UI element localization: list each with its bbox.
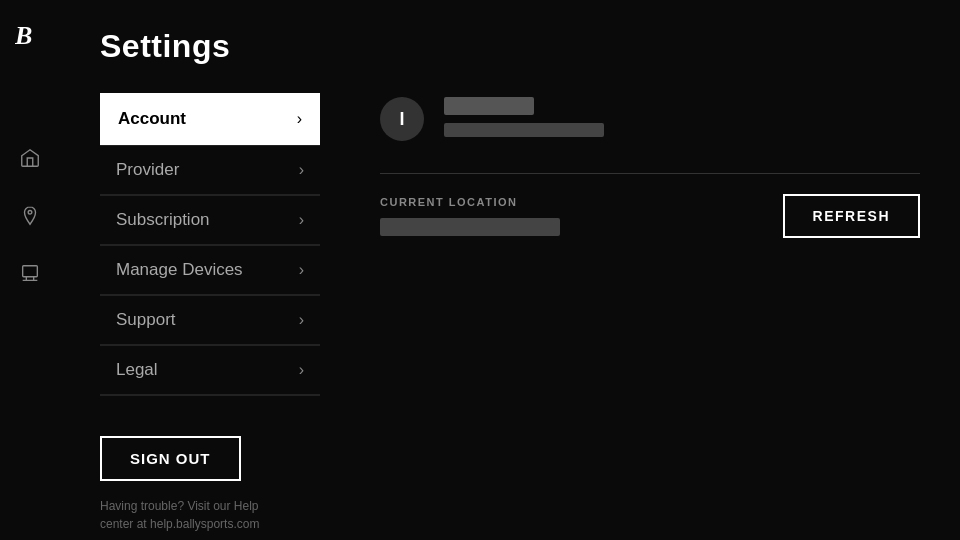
menu-label-provider: Provider (116, 160, 179, 180)
menu-label-manage-devices: Manage Devices (116, 260, 243, 280)
location-section: CURRENT LOCATION REFRESH (380, 173, 920, 238)
chevron-icon-support: › (299, 311, 304, 329)
app-logo[interactable]: B (15, 20, 45, 54)
location-value-placeholder (380, 218, 560, 236)
svg-point-1 (28, 211, 32, 215)
chevron-icon-provider: › (299, 161, 304, 179)
menu-item-legal[interactable]: Legal › (100, 346, 320, 395)
location-icon[interactable] (16, 202, 44, 230)
help-text-line2: center at help.ballysports.com (100, 517, 259, 531)
settings-menu: Account › Provider › Subscription › Mana… (100, 93, 320, 533)
menu-item-support[interactable]: Support › (100, 296, 320, 345)
user-icon[interactable] (16, 260, 44, 288)
location-content: CURRENT LOCATION (380, 196, 763, 236)
menu-item-subscription[interactable]: Subscription › (100, 196, 320, 245)
menu-label-account: Account (118, 109, 186, 129)
svg-rect-2 (23, 266, 38, 277)
content-wrapper: Account › Provider › Subscription › Mana… (100, 93, 920, 533)
home-icon[interactable] (16, 144, 44, 172)
menu-item-account[interactable]: Account › (100, 93, 320, 145)
chevron-icon-legal: › (299, 361, 304, 379)
menu-label-legal: Legal (116, 360, 158, 380)
user-name-placeholder (444, 97, 534, 115)
avatar: I (380, 97, 424, 141)
user-details (444, 97, 604, 137)
menu-item-manage-devices[interactable]: Manage Devices › (100, 246, 320, 295)
sign-out-button[interactable]: SIGN OUT (100, 436, 241, 481)
divider-6 (100, 395, 320, 396)
chevron-icon-manage-devices: › (299, 261, 304, 279)
sign-out-section: SIGN OUT Having trouble? Visit our Help … (100, 436, 320, 533)
chevron-icon-subscription: › (299, 211, 304, 229)
menu-label-support: Support (116, 310, 176, 330)
refresh-button[interactable]: REFRESH (783, 194, 920, 238)
sidebar: B (0, 0, 60, 540)
main-content: Settings Account › Provider › Subscripti… (60, 0, 960, 540)
current-location-label: CURRENT LOCATION (380, 196, 763, 208)
user-info: I (380, 97, 920, 141)
chevron-icon-account: › (297, 110, 302, 128)
menu-label-subscription: Subscription (116, 210, 210, 230)
page-title: Settings (100, 28, 920, 65)
help-text: Having trouble? Visit our Help center at… (100, 497, 320, 533)
help-text-line1: Having trouble? Visit our Help (100, 499, 259, 513)
user-email-placeholder (444, 123, 604, 137)
svg-text:B: B (15, 21, 32, 50)
menu-item-provider[interactable]: Provider › (100, 146, 320, 195)
account-panel: I CURRENT LOCATION REFRESH (380, 93, 920, 238)
